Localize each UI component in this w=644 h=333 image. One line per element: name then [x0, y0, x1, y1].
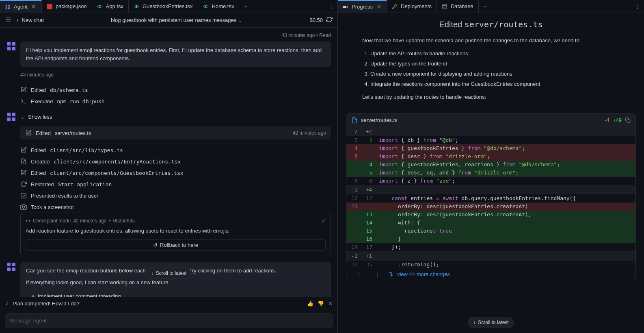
svg-point-9	[205, 6, 206, 7]
tab-overflow-button[interactable]: ⋮	[324, 3, 337, 9]
refresh-icon[interactable]	[326, 16, 333, 24]
diff-line: 3235 .returning();	[346, 261, 635, 269]
database-icon	[442, 4, 447, 9]
message-timestamp: 43 minutes ago	[20, 72, 331, 78]
rollback-button[interactable]: ↺ Rollback to here	[26, 239, 326, 251]
scroll-to-latest-button[interactable]: ↓ Scroll to latest	[468, 317, 514, 328]
add-tab-button[interactable]: +	[479, 3, 492, 9]
svg-rect-17	[12, 47, 15, 50]
action-screenshot[interactable]: Took a screenshot	[20, 201, 331, 213]
tab-progress[interactable]: Progress ✕	[338, 0, 387, 13]
hunk-header: -1+4	[346, 185, 635, 194]
action-edited-routes[interactable]: Edited server/routes.ts 42 minutes ago	[20, 126, 331, 139]
step-item: Integrate the reactions component into t…	[370, 80, 620, 89]
message-text: Can you see the emoji reaction buttons b…	[20, 262, 331, 297]
chat-title[interactable]: blog guestbook with persistent user name…	[49, 17, 305, 23]
message-input[interactable]: Message Agent...	[5, 313, 333, 328]
svg-point-7	[136, 6, 137, 7]
svg-rect-0	[6, 4, 7, 6]
progress-title: Edited server/routes.ts	[338, 13, 644, 33]
thumbs-down-button[interactable]: 👎	[318, 300, 324, 307]
action-created-reactions[interactable]: Created client/src/components/EntryReact…	[20, 156, 331, 167]
tab-label: package.json	[56, 3, 87, 9]
close-icon[interactable]: ✕	[376, 4, 382, 10]
tab-overflow-button[interactable]: ⋮	[631, 3, 644, 9]
svg-rect-25	[21, 193, 26, 198]
expand-icon[interactable]: ⤢	[322, 218, 326, 224]
svg-rect-2	[6, 7, 7, 9]
tab-agent[interactable]: Agent ✕	[0, 0, 42, 13]
action-edited-entries[interactable]: Edited client/src/components/GuestbookEn…	[20, 167, 331, 178]
tab-label: Database	[451, 3, 473, 9]
diff-line: 1417 });	[346, 243, 635, 251]
action-presented[interactable]: Presented results to the user	[20, 190, 331, 201]
agent-icon	[5, 4, 11, 10]
diff-line: 16 }	[346, 235, 635, 243]
svg-rect-28	[12, 263, 15, 266]
diff-line: 14 with: {	[346, 219, 635, 227]
view-more-row: ⋮ ⋮ ⇅ view 44 more changes	[346, 269, 635, 280]
menu-icon[interactable]	[5, 16, 11, 24]
svg-point-5	[99, 6, 100, 7]
camera-icon	[20, 204, 27, 210]
right-tab-bar: Progress ✕ Deployments Database + ⋮	[338, 0, 644, 13]
svg-rect-27	[7, 263, 11, 266]
check-square-icon	[20, 192, 27, 199]
thumbs-up-button[interactable]: 👍	[307, 300, 313, 307]
rotate-icon: ↺	[153, 242, 158, 248]
tab-package-json[interactable]: package.json	[42, 0, 92, 13]
add-tab-button[interactable]: +	[239, 3, 252, 9]
hunk-header: -2+2	[346, 127, 635, 136]
arrow-down-icon: ↓	[151, 270, 153, 276]
file-plus-icon	[20, 158, 27, 165]
diff-line: 5import { desc } from "drizzle-orm";	[346, 152, 635, 161]
tab-deployments[interactable]: Deployments	[387, 0, 437, 13]
cost-label: $0.50	[309, 17, 323, 23]
edit-icon	[20, 170, 27, 176]
agent-avatar	[6, 41, 16, 51]
commit-icon: ⊶	[26, 218, 30, 224]
message-text: I'll help you implement emoji reactions …	[20, 41, 331, 67]
close-icon[interactable]: ✕	[31, 4, 37, 10]
svg-rect-22	[12, 118, 15, 121]
tab-label: GuestbookEntries.tsx	[143, 3, 193, 9]
ellipsis-icon: ⋮	[351, 271, 366, 277]
tab-home-tsx[interactable]: Home.tsx	[198, 0, 240, 13]
scroll-to-latest-button[interactable]: ↓ Scroll to latest	[146, 268, 192, 279]
tab-database[interactable]: Database	[437, 0, 479, 13]
action-executed[interactable]: Executed npm run db:push	[20, 96, 331, 107]
copy-icon[interactable]	[625, 118, 631, 123]
chat-content: 43 minutes ago • Read I'll help you impl…	[0, 28, 337, 297]
diff-line: 66import { z } from "zod";	[346, 177, 635, 185]
diff-filename: server/routes.ts	[361, 117, 398, 123]
progress-icon	[343, 4, 348, 10]
action-restarted[interactable]: Restarted Start application	[20, 178, 331, 190]
view-more-link[interactable]: view 44 more changes	[397, 271, 450, 277]
plus-icon: +	[16, 17, 19, 23]
new-chat-label: New chat	[22, 17, 44, 23]
tab-app-tsx[interactable]: App.tsx	[92, 0, 129, 13]
diff-line: 15 reactions: true	[346, 227, 635, 235]
tab-label: Home.tsx	[212, 3, 234, 9]
expand-icon[interactable]: ⇅	[389, 271, 393, 277]
tab-guestbook-entries[interactable]: GuestbookEntries.tsx	[129, 0, 198, 13]
new-chat-button[interactable]: + New chat	[16, 17, 44, 23]
show-less-button[interactable]: Show less	[28, 114, 52, 120]
close-icon[interactable]: ✕	[328, 300, 333, 307]
progress-body: Now that we have updated the schema and …	[338, 33, 644, 109]
svg-rect-29	[7, 268, 11, 271]
chevron-down-icon: ⌄	[238, 17, 242, 23]
action-edited-types[interactable]: Edited client/src/lib/types.ts	[20, 144, 331, 156]
svg-rect-15	[12, 42, 15, 46]
agent-avatar	[6, 262, 16, 272]
diff-viewer: server/routes.ts -4 +49 -2+2 33import { …	[346, 113, 636, 280]
arrow-down-icon: ↓	[473, 320, 475, 325]
restart-icon	[20, 181, 27, 187]
agent-avatar	[6, 112, 16, 122]
chevron-down-icon[interactable]: ⌄	[20, 114, 25, 120]
action-edited-schema[interactable]: Edited db/schema.ts	[20, 84, 331, 96]
svg-rect-4	[47, 4, 52, 9]
suggestion-chip[interactable]: ✦ Implement user comment threading	[26, 290, 125, 297]
tab-label: App.tsx	[106, 3, 123, 9]
react-icon	[134, 4, 139, 9]
